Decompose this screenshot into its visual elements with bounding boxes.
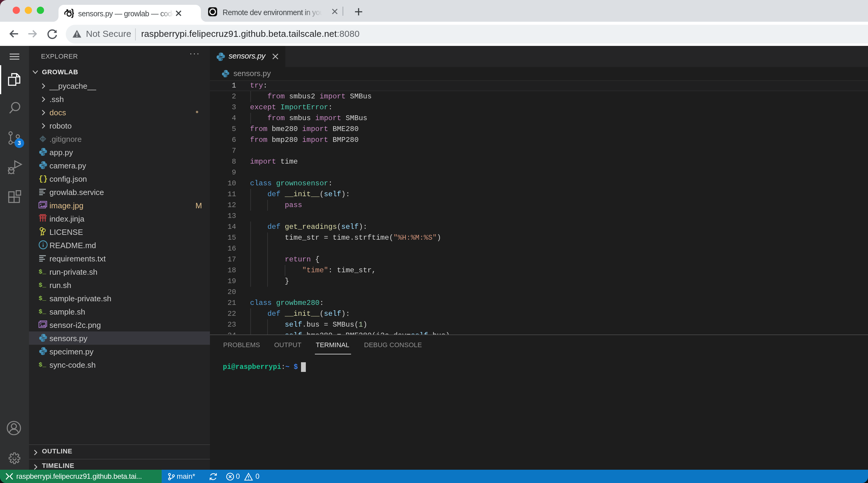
- svg-text:$_: $_: [38, 295, 46, 302]
- svg-text:$_: $_: [38, 268, 46, 275]
- svg-text:$_: $_: [38, 361, 46, 368]
- svg-text:$_: $_: [38, 282, 46, 289]
- svg-text:$_: $_: [38, 308, 46, 315]
- svg-text:{}: {}: [38, 175, 48, 183]
